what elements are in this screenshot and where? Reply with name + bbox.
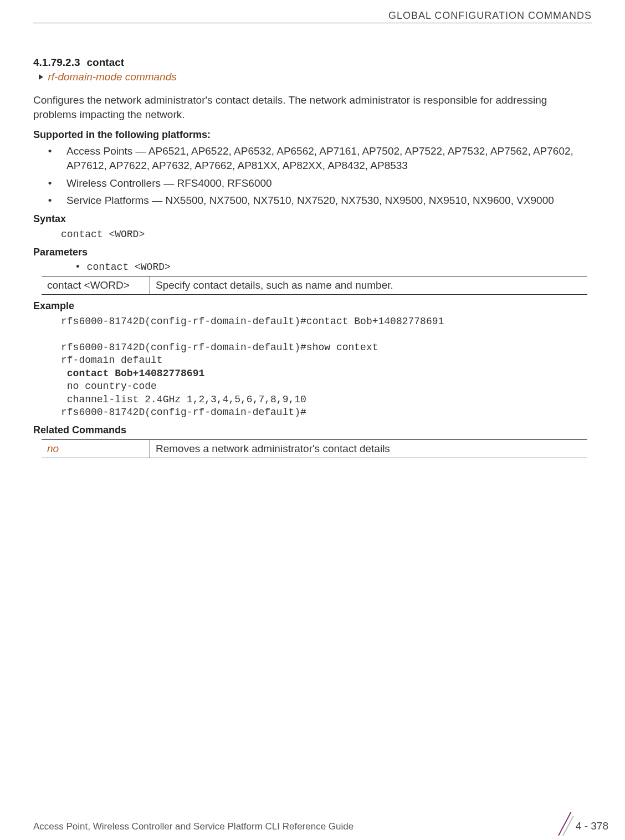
related-cmd-link[interactable]: no [47,443,59,454]
header-rule [33,23,592,23]
header-title: GLOBAL CONFIGURATION COMMANDS [33,10,592,22]
param-name-cell: contact <WORD> [42,276,150,295]
supported-heading: Supported in the following platforms: [33,129,592,141]
page-header: GLOBAL CONFIGURATION COMMANDS [33,10,592,23]
footer-accent-icon [547,817,569,832]
breadcrumb: rf-domain-mode commands [39,71,592,83]
section-number: 4.1.79.2.3 [33,57,80,68]
syntax-code: contact <WORD> [61,228,592,241]
code-line: rfs6000-81742D(config-rf-domain-default)… [61,407,306,418]
footer-doc-title: Access Point, Wireless Controller and Se… [33,821,354,832]
table-row: contact <WORD> Specify contact details, … [42,276,587,295]
code-line: no country-code [61,381,157,392]
code-line-bold: contact Bob+14082778691 [61,368,204,379]
example-heading: Example [33,300,592,312]
code-line: rfs6000-81742D(config-rf-domain-default)… [61,342,378,353]
list-item: •Access Points — AP6521, AP6522, AP6532,… [33,144,592,172]
parameters-bullet: • contact <WORD> [75,262,592,273]
footer-right: 4 - 378 [547,817,608,832]
related-cmd-cell[interactable]: no [42,440,150,458]
code-line: rfs6000-81742D(config-rf-domain-default)… [61,316,444,327]
section-title: contact [87,57,125,68]
page-footer: Access Point, Wireless Controller and Se… [0,817,625,832]
bullet-icon: • [33,144,66,172]
related-commands-table: no Removes a network administrator's con… [42,439,587,458]
example-code: rfs6000-81742D(config-rf-domain-default)… [61,315,592,419]
parameters-heading: Parameters [33,247,592,258]
syntax-heading: Syntax [33,213,592,225]
related-commands-heading: Related Commands [33,424,592,436]
list-item-text: Wireless Controllers — RFS4000, RFS6000 [66,176,272,191]
related-desc-cell: Removes a network administrator's contac… [150,440,588,458]
bullet-icon: • [33,193,66,208]
page-number: 4 - 378 [576,820,608,832]
breadcrumb-link[interactable]: rf-domain-mode commands [48,71,176,83]
intro-paragraph: Configures the network administrator's c… [33,93,592,121]
code-line: rf-domain default [61,355,163,366]
list-item: •Wireless Controllers — RFS4000, RFS6000 [33,176,592,191]
bullet-icon: • [33,176,66,191]
table-row: no Removes a network administrator's con… [42,440,587,458]
supported-list: •Access Points — AP6521, AP6522, AP6532,… [33,144,592,208]
section-heading: 4.1.79.2.3contact [33,57,592,69]
list-item: •Service Platforms — NX5500, NX7500, NX7… [33,193,592,208]
list-item-text: Access Points — AP6521, AP6522, AP6532, … [66,144,592,172]
parameters-table: contact <WORD> Specify contact details, … [42,276,587,295]
list-item-text: Service Platforms — NX5500, NX7500, NX75… [66,193,554,208]
triangle-right-icon [39,74,43,80]
param-desc-cell: Specify contact details, such as name an… [150,276,588,295]
code-line: channel-list 2.4GHz 1,2,3,4,5,6,7,8,9,10 [61,394,306,405]
